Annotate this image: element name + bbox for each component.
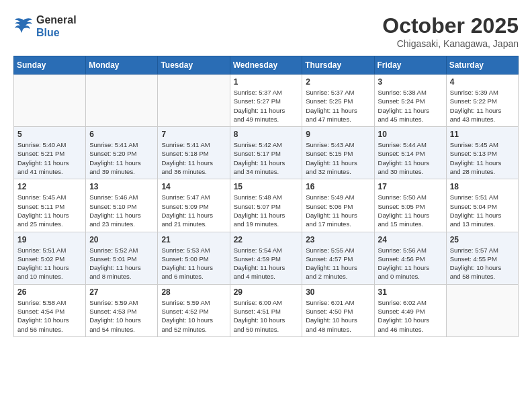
day-number: 23: [306, 235, 370, 244]
calendar-day-cell: 17Sunrise: 5:50 AM Sunset: 5:05 PM Dayli…: [374, 179, 446, 232]
day-info: Sunrise: 6:00 AM Sunset: 4:51 PM Dayligh…: [234, 298, 299, 334]
day-number: 8: [234, 130, 299, 139]
day-number: 17: [378, 182, 443, 191]
calendar-day-cell: 19Sunrise: 5:51 AM Sunset: 5:02 PM Dayli…: [14, 232, 86, 284]
calendar-day-cell: 18Sunrise: 5:51 AM Sunset: 5:04 PM Dayli…: [446, 179, 518, 232]
day-number: 19: [17, 235, 82, 244]
calendar-week-row: 5Sunrise: 5:40 AM Sunset: 5:21 PM Daylig…: [14, 127, 519, 179]
calendar-day-cell: 25Sunrise: 5:57 AM Sunset: 4:55 PM Dayli…: [446, 232, 518, 284]
calendar-day-cell: 28Sunrise: 5:59 AM Sunset: 4:52 PM Dayli…: [158, 284, 230, 336]
day-number: 29: [234, 287, 299, 297]
day-number: 28: [161, 287, 226, 297]
calendar-day-cell: 22Sunrise: 5:54 AM Sunset: 4:59 PM Dayli…: [230, 232, 302, 284]
day-number: 1: [234, 77, 299, 87]
calendar-day-cell: 12Sunrise: 5:45 AM Sunset: 5:11 PM Dayli…: [14, 179, 86, 232]
day-info: Sunrise: 5:45 AM Sunset: 5:11 PM Dayligh…: [17, 193, 82, 228]
day-info: Sunrise: 5:51 AM Sunset: 5:04 PM Dayligh…: [450, 193, 515, 228]
calendar-day-cell: 31Sunrise: 6:02 AM Sunset: 4:49 PM Dayli…: [374, 284, 446, 336]
day-number: 2: [306, 77, 370, 87]
calendar-day-cell: 9Sunrise: 5:43 AM Sunset: 5:15 PM Daylig…: [302, 127, 374, 179]
location: Chigasaki, Kanagawa, Japan: [382, 38, 519, 49]
calendar-day-cell: 13Sunrise: 5:46 AM Sunset: 5:10 PM Dayli…: [86, 179, 158, 232]
calendar-day-cell: 14Sunrise: 5:47 AM Sunset: 5:09 PM Dayli…: [158, 179, 230, 232]
weekday-header: Wednesday: [230, 56, 302, 75]
day-info: Sunrise: 5:51 AM Sunset: 5:02 PM Dayligh…: [17, 246, 82, 281]
calendar-day-cell: 24Sunrise: 5:56 AM Sunset: 4:56 PM Dayli…: [374, 232, 446, 284]
logo: General Blue: [13, 13, 77, 39]
day-info: Sunrise: 5:41 AM Sunset: 5:20 PM Dayligh…: [89, 140, 154, 176]
day-number: 30: [306, 287, 370, 297]
calendar-day-cell: 8Sunrise: 5:42 AM Sunset: 5:17 PM Daylig…: [230, 127, 302, 179]
month-year: October 2025: [382, 13, 519, 38]
calendar-day-cell: 6Sunrise: 5:41 AM Sunset: 5:20 PM Daylig…: [86, 127, 158, 179]
day-number: 4: [450, 77, 515, 87]
calendar-day-cell: 4Sunrise: 5:39 AM Sunset: 5:22 PM Daylig…: [446, 75, 518, 127]
day-info: Sunrise: 5:55 AM Sunset: 4:57 PM Dayligh…: [306, 246, 370, 281]
day-number: 5: [17, 130, 82, 139]
calendar-day-cell: 3Sunrise: 5:38 AM Sunset: 5:24 PM Daylig…: [374, 75, 446, 127]
day-info: Sunrise: 5:45 AM Sunset: 5:13 PM Dayligh…: [450, 140, 515, 176]
calendar-day-cell: 15Sunrise: 5:48 AM Sunset: 5:07 PM Dayli…: [230, 179, 302, 232]
header: General Blue October 2025 Chigasaki, Kan…: [13, 13, 519, 49]
calendar-day-cell: [86, 75, 158, 127]
day-number: 11: [450, 130, 515, 139]
day-number: 31: [378, 287, 443, 297]
day-info: Sunrise: 5:52 AM Sunset: 5:01 PM Dayligh…: [89, 246, 154, 281]
day-number: 22: [234, 235, 299, 244]
logo-text: General Blue: [36, 13, 77, 39]
calendar-day-cell: 11Sunrise: 5:45 AM Sunset: 5:13 PM Dayli…: [446, 127, 518, 179]
calendar-day-cell: 27Sunrise: 5:59 AM Sunset: 4:53 PM Dayli…: [86, 284, 158, 336]
day-number: 21: [161, 235, 226, 244]
calendar-week-row: 12Sunrise: 5:45 AM Sunset: 5:11 PM Dayli…: [14, 179, 519, 232]
day-info: Sunrise: 5:37 AM Sunset: 5:27 PM Dayligh…: [234, 88, 299, 124]
calendar-day-cell: 7Sunrise: 5:41 AM Sunset: 5:18 PM Daylig…: [158, 127, 230, 179]
calendar-day-cell: [14, 75, 86, 127]
calendar-day-cell: 5Sunrise: 5:40 AM Sunset: 5:21 PM Daylig…: [14, 127, 86, 179]
weekday-header-row: SundayMondayTuesdayWednesdayThursdayFrid…: [14, 56, 519, 75]
day-info: Sunrise: 5:56 AM Sunset: 4:56 PM Dayligh…: [378, 246, 443, 281]
calendar-day-cell: 10Sunrise: 5:44 AM Sunset: 5:14 PM Dayli…: [374, 127, 446, 179]
calendar-day-cell: 2Sunrise: 5:37 AM Sunset: 5:25 PM Daylig…: [302, 75, 374, 127]
calendar-day-cell: 1Sunrise: 5:37 AM Sunset: 5:27 PM Daylig…: [230, 75, 302, 127]
day-info: Sunrise: 5:46 AM Sunset: 5:10 PM Dayligh…: [89, 193, 154, 228]
day-info: Sunrise: 5:38 AM Sunset: 5:24 PM Dayligh…: [378, 88, 443, 124]
calendar-day-cell: 23Sunrise: 5:55 AM Sunset: 4:57 PM Dayli…: [302, 232, 374, 284]
day-info: Sunrise: 5:50 AM Sunset: 5:05 PM Dayligh…: [378, 193, 443, 228]
day-info: Sunrise: 5:57 AM Sunset: 4:55 PM Dayligh…: [450, 246, 515, 281]
weekday-header: Friday: [374, 56, 446, 75]
day-number: 20: [89, 235, 154, 244]
day-number: 13: [89, 182, 154, 191]
day-info: Sunrise: 5:48 AM Sunset: 5:07 PM Dayligh…: [234, 193, 299, 228]
day-info: Sunrise: 5:41 AM Sunset: 5:18 PM Dayligh…: [161, 140, 226, 176]
calendar: SundayMondayTuesdayWednesdayThursdayFrid…: [13, 56, 519, 337]
calendar-day-cell: 26Sunrise: 5:58 AM Sunset: 4:54 PM Dayli…: [14, 284, 86, 336]
day-number: 26: [17, 287, 82, 297]
day-number: 24: [378, 235, 443, 244]
weekday-header: Sunday: [14, 56, 86, 75]
day-number: 27: [89, 287, 154, 297]
day-number: 10: [378, 130, 443, 139]
calendar-day-cell: 29Sunrise: 6:00 AM Sunset: 4:51 PM Dayli…: [230, 284, 302, 336]
day-number: 16: [306, 182, 370, 191]
calendar-week-row: 19Sunrise: 5:51 AM Sunset: 5:02 PM Dayli…: [14, 232, 519, 284]
day-number: 25: [450, 235, 515, 244]
day-info: Sunrise: 5:47 AM Sunset: 5:09 PM Dayligh…: [161, 193, 226, 228]
day-number: 12: [17, 182, 82, 191]
day-info: Sunrise: 5:58 AM Sunset: 4:54 PM Dayligh…: [17, 298, 82, 334]
day-number: 3: [378, 77, 443, 87]
day-info: Sunrise: 5:59 AM Sunset: 4:53 PM Dayligh…: [89, 298, 154, 334]
day-info: Sunrise: 5:44 AM Sunset: 5:14 PM Dayligh…: [378, 140, 443, 176]
day-number: 15: [234, 182, 299, 191]
day-info: Sunrise: 5:40 AM Sunset: 5:21 PM Dayligh…: [17, 140, 82, 176]
day-number: 9: [306, 130, 370, 139]
logo-icon: [13, 17, 34, 36]
weekday-header: Saturday: [446, 56, 518, 75]
day-info: Sunrise: 5:43 AM Sunset: 5:15 PM Dayligh…: [306, 140, 370, 176]
day-info: Sunrise: 5:54 AM Sunset: 4:59 PM Dayligh…: [234, 246, 299, 281]
calendar-day-cell: 20Sunrise: 5:52 AM Sunset: 5:01 PM Dayli…: [86, 232, 158, 284]
day-number: 7: [161, 130, 226, 139]
calendar-day-cell: [158, 75, 230, 127]
calendar-week-row: 1Sunrise: 5:37 AM Sunset: 5:27 PM Daylig…: [14, 75, 519, 127]
calendar-week-row: 26Sunrise: 5:58 AM Sunset: 4:54 PM Dayli…: [14, 284, 519, 336]
weekday-header: Thursday: [302, 56, 374, 75]
